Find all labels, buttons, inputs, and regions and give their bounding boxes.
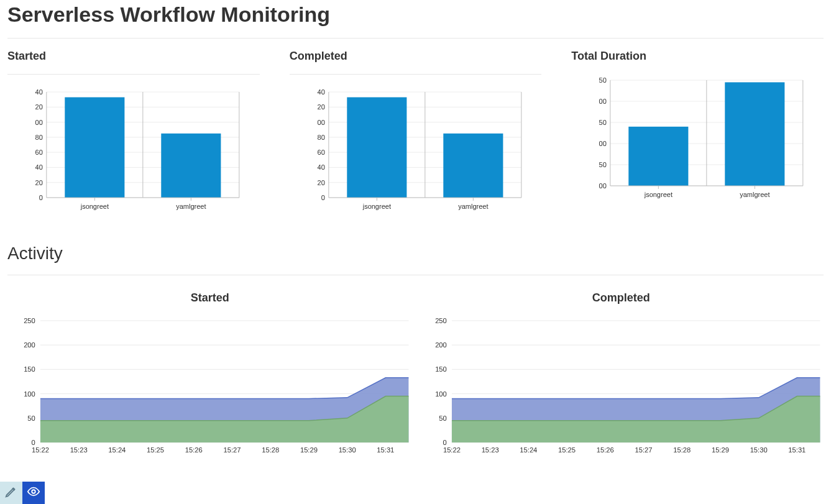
svg-text:15:30: 15:30 xyxy=(339,446,356,454)
svg-text:15:26: 15:26 xyxy=(596,446,613,454)
svg-text:40: 40 xyxy=(35,163,43,171)
svg-text:40: 40 xyxy=(317,88,324,96)
svg-text:15:24: 15:24 xyxy=(108,446,126,454)
svg-text:50: 50 xyxy=(599,119,607,126)
activity-title: Activity xyxy=(7,244,824,263)
svg-text:50: 50 xyxy=(439,415,446,422)
svg-text:0: 0 xyxy=(321,194,324,201)
panel-divider xyxy=(7,74,260,75)
bar xyxy=(347,98,406,198)
svg-text:50: 50 xyxy=(599,161,607,168)
bar-chart: 005000500050jsongreetyamlgreet xyxy=(571,74,824,204)
svg-text:jsongreet: jsongreet xyxy=(362,203,390,210)
bar-chart: 020406080002040jsongreetyamlgreet xyxy=(290,86,542,216)
panel-title: Total Duration xyxy=(571,50,824,63)
bar-panel: Completed 020406080002040jsongreetyamlgr… xyxy=(290,50,542,219)
svg-text:yamlgreet: yamlgreet xyxy=(176,203,206,210)
panel-title: Started xyxy=(7,50,260,63)
bar xyxy=(161,134,221,198)
bar-panel: Total Duration 005000500050jsongreetyaml… xyxy=(571,50,824,219)
area-chart: 05010015020025015:2215:2315:2415:2515:26… xyxy=(419,314,824,457)
svg-text:yamlgreet: yamlgreet xyxy=(740,191,770,198)
area-row: Started 05010015020025015:2215:2315:2415… xyxy=(7,275,824,460)
svg-text:200: 200 xyxy=(435,341,447,349)
svg-text:0: 0 xyxy=(32,439,35,446)
area-panel: Started 05010015020025015:2215:2315:2415… xyxy=(7,286,413,460)
svg-text:250: 250 xyxy=(435,317,447,324)
svg-text:100: 100 xyxy=(24,390,35,398)
svg-text:15:25: 15:25 xyxy=(558,446,576,454)
panel-divider xyxy=(290,74,542,75)
svg-text:20: 20 xyxy=(35,103,43,111)
svg-text:15:28: 15:28 xyxy=(673,446,691,454)
svg-text:15:24: 15:24 xyxy=(520,446,537,454)
svg-text:00: 00 xyxy=(599,140,607,147)
panel-title: Completed xyxy=(290,50,542,63)
svg-text:15:27: 15:27 xyxy=(224,446,241,454)
svg-text:15:29: 15:29 xyxy=(711,446,728,454)
svg-text:50: 50 xyxy=(27,415,35,422)
svg-text:150: 150 xyxy=(435,365,447,373)
svg-text:15:23: 15:23 xyxy=(481,446,498,454)
svg-text:15:23: 15:23 xyxy=(70,446,88,454)
svg-text:40: 40 xyxy=(35,88,43,96)
svg-text:00: 00 xyxy=(599,182,607,190)
svg-text:250: 250 xyxy=(24,317,35,324)
svg-text:150: 150 xyxy=(24,365,35,373)
svg-text:20: 20 xyxy=(317,103,324,111)
svg-text:15:26: 15:26 xyxy=(185,446,203,454)
bar xyxy=(725,82,785,186)
panel-title: Completed xyxy=(419,291,824,305)
svg-text:15:28: 15:28 xyxy=(262,446,279,454)
svg-text:jsongreet: jsongreet xyxy=(644,191,673,198)
svg-text:80: 80 xyxy=(317,134,324,141)
svg-text:yamlgreet: yamlgreet xyxy=(458,203,488,210)
bar-row: Started 020406080002040jsongreetyamlgree… xyxy=(7,39,824,219)
bar-panel: Started 020406080002040jsongreetyamlgree… xyxy=(7,50,260,219)
svg-text:00: 00 xyxy=(317,119,324,126)
svg-text:100: 100 xyxy=(435,390,447,398)
bar xyxy=(443,134,503,198)
svg-text:60: 60 xyxy=(35,149,43,156)
svg-text:15:25: 15:25 xyxy=(147,446,164,454)
bar xyxy=(629,127,689,186)
svg-text:15:22: 15:22 xyxy=(443,446,460,454)
svg-text:20: 20 xyxy=(317,179,324,186)
bar-chart: 020406080002040jsongreetyamlgreet xyxy=(7,86,260,216)
bar xyxy=(65,98,124,198)
svg-text:50: 50 xyxy=(599,76,607,84)
svg-text:40: 40 xyxy=(317,163,324,171)
svg-text:60: 60 xyxy=(317,149,324,156)
svg-text:15:27: 15:27 xyxy=(635,446,652,454)
svg-text:15:29: 15:29 xyxy=(300,446,318,454)
svg-text:15:22: 15:22 xyxy=(32,446,49,454)
svg-text:jsongreet: jsongreet xyxy=(80,203,109,210)
svg-text:15:31: 15:31 xyxy=(788,446,806,454)
area-chart: 05010015020025015:2215:2315:2415:2515:26… xyxy=(7,314,413,457)
svg-text:200: 200 xyxy=(24,341,35,349)
svg-text:0: 0 xyxy=(39,194,43,201)
svg-text:00: 00 xyxy=(35,119,43,126)
svg-text:80: 80 xyxy=(35,134,43,141)
svg-text:20: 20 xyxy=(35,179,43,186)
svg-text:15:31: 15:31 xyxy=(377,446,394,454)
area-panel: Completed 05010015020025015:2215:2315:24… xyxy=(419,286,824,460)
page-title: Serverless Workflow Monitoring xyxy=(7,2,824,27)
svg-text:15:30: 15:30 xyxy=(750,446,767,454)
svg-text:00: 00 xyxy=(599,98,607,105)
panel-title: Started xyxy=(7,291,413,305)
svg-text:0: 0 xyxy=(443,439,446,446)
